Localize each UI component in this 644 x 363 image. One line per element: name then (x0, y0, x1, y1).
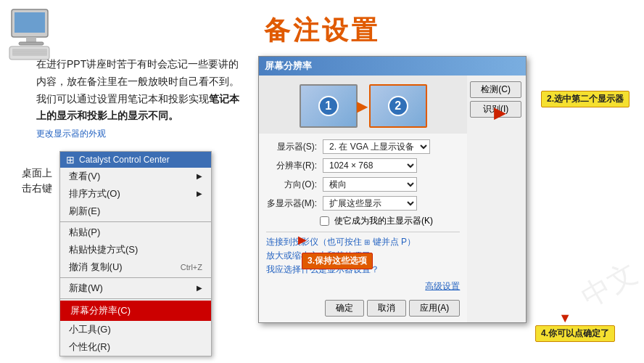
menu-item-view[interactable]: 查看(V) (60, 168, 211, 185)
menu-separator-2 (60, 277, 211, 278)
page-header: 备注设置 (0, 0, 644, 56)
menu-separator-1 (60, 221, 211, 222)
monitor-arrow: ▶ (357, 97, 368, 115)
annotation-1-arrow: ◀ (494, 105, 506, 124)
context-menu: ⊞ Catalyst Control Center 查看(V) 排序方式(O) … (59, 151, 212, 356)
svg-rect-2 (26, 37, 36, 42)
apply-button[interactable]: 应用(A) (409, 300, 460, 317)
computer-illustration (6, 6, 57, 67)
detect-button[interactable]: 检测(C) (470, 81, 521, 98)
primary-display-row: 使它成为我的主显示器(K) (320, 215, 460, 227)
menu-item-resolution[interactable]: 屏幕分辨率(C) (60, 301, 211, 321)
multi-display-label: 多显示器(M): (266, 197, 317, 210)
page-title: 备注设置 (264, 15, 380, 45)
bottom-row: 高级设置 (266, 280, 460, 293)
menu-item-refresh[interactable]: 刷新(E) (60, 203, 211, 220)
context-menu-area: 桌面上 击右键 ⊞ Catalyst Control Center 查看(V) … (15, 151, 247, 356)
annotation-2: 3.保持这些选项 (302, 253, 373, 269)
resolution-label: 分辨率(R): (266, 160, 317, 172)
context-menu-header: ⊞ Catalyst Control Center (60, 152, 211, 168)
display-appearance-link[interactable]: 更改显示器的外观 (36, 129, 106, 139)
menu-item-undo[interactable]: 撤消 复制(U) Ctrl+Z (60, 258, 211, 276)
display-select[interactable]: 2. 在 VGA 上显示设备 (323, 139, 430, 154)
dialog-body: 显示器(S): 2. 在 VGA 上显示设备 分辨率(R): 1024 × 76… (259, 134, 467, 322)
orientation-select[interactable]: 横向 (323, 177, 417, 192)
svg-rect-5 (12, 49, 47, 56)
menu-separator-3 (60, 298, 211, 299)
primary-display-label: 使它成为我的主显示器(K) (334, 215, 433, 227)
menu-item-gadgets[interactable]: 小工具(G) (60, 321, 211, 338)
resolution-row: 分辨率(R): 1024 × 768 (266, 158, 460, 173)
monitor-1-number: 1 (318, 96, 339, 116)
primary-display-checkbox[interactable] (320, 216, 329, 226)
menu-item-paste[interactable]: 粘贴(P) (60, 224, 211, 241)
menu-item-sort[interactable]: 排序方式(O) (60, 185, 211, 203)
monitor-2-number: 2 (388, 96, 408, 116)
main-content: 在进行PPT讲座时苦于有时会忘记一些要讲的内容，放在备注里在一般放映时自己看不到… (0, 56, 644, 356)
annotation-3: 4.你可以点确定了 (535, 325, 615, 342)
resolution-select[interactable]: 1024 × 768 (323, 158, 417, 173)
menu-item-new[interactable]: 新建(W) (60, 280, 211, 297)
multi-display-select[interactable]: 扩展这些显示 (323, 196, 417, 211)
display-label: 显示器(S): (266, 141, 317, 153)
monitor-1[interactable]: 1 ▶ (300, 84, 358, 128)
monitor-preview: 1 ▶ 2 (259, 76, 467, 134)
annotation-2-arrow: ▲ (294, 234, 311, 248)
ok-button[interactable]: 确定 (325, 300, 364, 317)
right-section: 屏幕分辨率 1 ▶ 2 (258, 56, 629, 356)
cancel-button[interactable]: 取消 (367, 300, 406, 317)
monitor-2[interactable]: 2 (369, 84, 427, 128)
intro-text: 在进行PPT讲座时苦于有时会忘记一些要讲的内容，放在备注里在一般放映时自己看不到… (15, 56, 247, 142)
svg-rect-3 (19, 42, 44, 45)
multi-display-row: 多显示器(M): 扩展这些显示 (266, 196, 460, 211)
orientation-row: 方向(O): 横向 (266, 177, 460, 192)
menu-item-paste-shortcut[interactable]: 粘贴快捷方式(S) (60, 241, 211, 258)
svg-rect-1 (15, 12, 45, 33)
annotation-3-arrow: ▼ (558, 311, 571, 326)
menu-item-personalize[interactable]: 个性化(R) (60, 338, 211, 356)
orientation-label: 方向(O): (266, 179, 317, 191)
left-section: 在进行PPT讲座时苦于有时会忘记一些要讲的内容，放在备注里在一般放映时自己看不到… (15, 56, 247, 356)
display-row: 显示器(S): 2. 在 VGA 上显示设备 (266, 139, 460, 154)
annotation-1: 2.选中第二个显示器 (541, 91, 629, 107)
dialog-title: 屏幕分辨率 (259, 57, 526, 76)
advanced-settings-link[interactable]: 高级设置 (425, 280, 460, 293)
display-settings-dialog: 屏幕分辨率 1 ▶ 2 (258, 56, 527, 323)
catalyst-icon: ⊞ (66, 154, 75, 166)
desktop-label: 桌面上 击右键 (22, 166, 52, 196)
dialog-actions: 确定 取消 应用(A) (266, 297, 460, 317)
